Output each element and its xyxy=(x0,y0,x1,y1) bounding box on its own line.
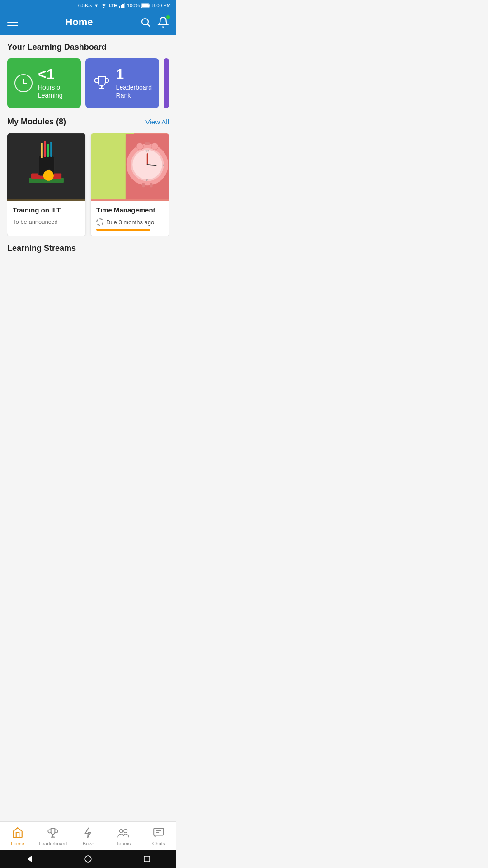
module-title-time: Time Management xyxy=(96,206,164,214)
svg-rect-6 xyxy=(150,5,150,6)
modules-header: My Modules (8) View All xyxy=(7,117,169,127)
module-subtitle-ilt: To be announced xyxy=(13,218,80,225)
svg-rect-19 xyxy=(50,142,52,157)
svg-rect-16 xyxy=(41,143,43,158)
notification-button[interactable] xyxy=(157,16,169,28)
svg-rect-0 xyxy=(119,6,120,8)
nav-icons xyxy=(140,16,169,28)
trophy-icon xyxy=(93,74,111,92)
module-image-school xyxy=(7,133,85,201)
dashboard-cards: <1 Hours ofLearning 1 LeaderboardRank xyxy=(7,58,169,108)
svg-point-31 xyxy=(136,143,143,150)
status-bar: 6.5K/s ▼ LTE 100% 8:00 PM xyxy=(0,0,176,11)
svg-rect-34 xyxy=(150,183,153,188)
time: 8:00 PM xyxy=(152,3,171,8)
svg-rect-5 xyxy=(142,4,149,7)
dashboard-title: Your Learning Dashboard xyxy=(7,42,169,52)
hours-value: <1 xyxy=(38,67,63,81)
module-due-time: Due 3 months ago xyxy=(96,218,164,226)
module-progress-bar xyxy=(96,229,150,231)
rank-label: LeaderboardRank xyxy=(116,83,152,99)
page-title: Home xyxy=(65,16,93,28)
clock-icon xyxy=(14,74,33,92)
svg-rect-17 xyxy=(44,141,46,157)
modules-count: (8) xyxy=(56,117,66,126)
module-body-time: Time Management Due 3 months ago xyxy=(91,201,169,236)
svg-rect-21 xyxy=(91,134,126,199)
modules-title: My Modules (8) xyxy=(7,117,66,127)
battery-icon xyxy=(141,3,150,8)
svg-rect-2 xyxy=(122,4,124,8)
svg-point-20 xyxy=(43,170,54,181)
svg-rect-18 xyxy=(47,144,49,157)
hamburger-line xyxy=(7,22,18,23)
menu-button[interactable] xyxy=(7,19,18,26)
view-all-link[interactable]: View All xyxy=(145,118,169,126)
top-nav: Home xyxy=(0,11,176,35)
leaderboard-card-content: 1 LeaderboardRank xyxy=(116,67,152,99)
module-card-time[interactable]: 12 3 6 Time Management Due 3 mo xyxy=(91,133,169,236)
school-illustration xyxy=(7,133,85,201)
search-icon xyxy=(140,17,151,28)
network-speed: 6.5K/s xyxy=(78,3,92,8)
wifi-icon xyxy=(101,3,107,8)
svg-text:12: 12 xyxy=(145,149,150,153)
svg-rect-3 xyxy=(124,3,125,8)
learning-streams-title: Learning Streams xyxy=(7,244,169,253)
rank-value: 1 xyxy=(116,67,152,81)
accent-card xyxy=(164,58,169,108)
hours-label: Hours ofLearning xyxy=(38,83,63,99)
hamburger-line xyxy=(7,19,18,19)
modules-list: Training on ILT To be announced xyxy=(7,133,169,236)
svg-point-32 xyxy=(151,143,158,150)
clock-illustration: 12 3 6 xyxy=(91,133,169,201)
svg-rect-35 xyxy=(145,142,150,145)
signal-icon xyxy=(119,3,125,8)
due-circle-icon xyxy=(96,218,103,226)
lte-badge: LTE xyxy=(109,3,117,8)
module-card-ilt[interactable]: Training on ILT To be announced xyxy=(7,133,85,236)
svg-rect-33 xyxy=(142,183,145,188)
svg-point-7 xyxy=(142,19,148,25)
leaderboard-card[interactable]: 1 LeaderboardRank xyxy=(85,58,159,108)
svg-line-8 xyxy=(148,24,150,27)
svg-text:6: 6 xyxy=(146,178,148,182)
notification-dot xyxy=(166,15,170,19)
svg-rect-1 xyxy=(121,5,122,8)
hours-card-content: <1 Hours ofLearning xyxy=(38,67,63,99)
hours-card[interactable]: <1 Hours ofLearning xyxy=(7,58,81,108)
search-button[interactable] xyxy=(140,17,151,28)
down-arrow: ▼ xyxy=(94,3,99,8)
svg-text:3: 3 xyxy=(163,163,165,166)
hamburger-line xyxy=(7,25,18,26)
module-body-ilt: Training on ILT To be announced xyxy=(7,201,85,231)
module-image-clock: 12 3 6 xyxy=(91,133,169,201)
battery-percent: 100% xyxy=(127,3,140,8)
main-content: Your Learning Dashboard <1 Hours ofLearn… xyxy=(0,35,176,289)
svg-point-11 xyxy=(101,86,102,87)
module-title-ilt: Training on ILT xyxy=(13,206,80,214)
